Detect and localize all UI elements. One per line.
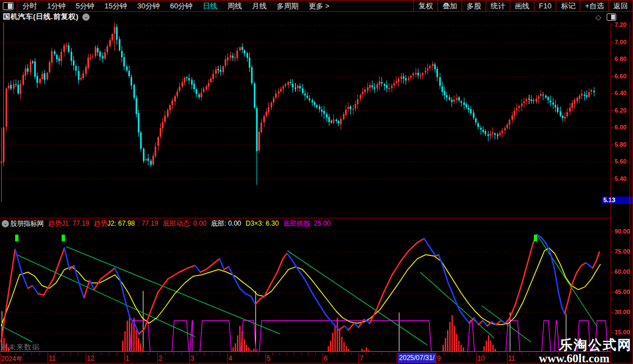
highlighted-date[interactable]: 2025/07/31/四 [398,353,436,363]
tool-item-1[interactable]: 复权 [414,1,437,11]
indicator-value-label: 75.00 [615,248,633,255]
price-label: 6.20 [615,107,633,114]
indicator-value-1: 趋势J1: 77.19 [48,219,89,228]
period-item-10[interactable]: 多周期 [272,1,304,11]
main-candlestick-chart[interactable] [0,22,633,218]
date-axis-left-edge [0,353,1,363]
price-label: 6.00 [615,124,633,130]
tool-item-9[interactable]: 返回 [609,1,632,11]
tool-item-4[interactable]: 统计 [486,1,510,11]
axis-border-left [611,22,611,353]
date-label: 9 [437,354,441,362]
indicator-name: 股朋指标网 [10,219,44,228]
period-item-2[interactable]: 1分钟 [42,1,71,11]
indicator-chart[interactable] [0,228,633,353]
stock-title: 国机汽车(日线.前复权) [3,12,78,22]
tool-item-3[interactable]: 多股 [462,1,486,11]
indicator-value-label: 60.00 [615,268,633,275]
indicator-value-8: 底部抓股: 25.00 [283,219,331,228]
price-label: 6.60 [615,73,633,80]
date-axis-ticks [0,353,633,363]
date-label: 10 [477,354,485,362]
price-label: 6.40 [615,90,633,96]
price-label: 7.00 [615,39,633,45]
period-item-4[interactable]: 15分钟 [99,1,132,11]
date-label: 7 [360,354,364,362]
top-menu-bar: 分时1分钟5分钟15分钟30分钟60分钟日线周线月线多周期更多 > 复权叠加多股… [0,0,633,11]
period-item-9[interactable]: 月线 [247,1,272,11]
date-label: 12 [87,354,94,362]
price-label: 5.40 [615,175,633,182]
date-label: 4 [229,354,232,362]
split-panel-icon[interactable] [607,13,616,21]
period-item-1[interactable]: 分时 [17,1,42,11]
tool-item-2[interactable]: 叠加 [438,1,462,11]
price-label: 6.80 [615,55,633,62]
date-label: 5 [267,354,271,362]
indicator-collapse-icon[interactable]: ⌄ [2,220,9,227]
bottom-border [0,363,633,363]
trading-app-window: 分时1分钟5分钟15分钟30分钟60分钟日线周线月线多周期更多 > 复权叠加多股… [0,0,633,364]
date-label: 11 [508,354,515,362]
date-label: 11 [49,354,55,362]
price-label: 7.20 [615,21,633,28]
diamond-icon[interactable]: ◇ [595,13,601,21]
tool-item-7[interactable]: 标记 [556,1,580,11]
date-label: 6 [324,354,328,362]
indicator-value-label: 30.00 [615,309,633,315]
date-axis[interactable]: 2024年11121234567910112025/07/31/四 [0,353,633,363]
axis-border-right [630,22,630,353]
tool-item-6[interactable]: F10 [534,2,556,10]
window-split-icon[interactable] [3,2,13,10]
watermark-url: www.60lt.com [539,352,609,364]
period-item-5[interactable]: 30分钟 [132,1,165,11]
price-label: 5.80 [615,141,633,148]
indicator-value-3: J2: 67.98 [107,220,134,227]
period-item-3[interactable]: 5分钟 [71,1,99,11]
tool-item-8[interactable]: +自选 [580,1,608,11]
price-label: 5.60 [615,158,633,165]
chart-title-bar: 国机汽车(日线.前复权) ⌄ ◇ [0,11,633,22]
period-item-11[interactable]: 更多 > [304,1,334,11]
lowest-price-badge: 5.13 [602,197,633,204]
period-item-8[interactable]: 周线 [222,1,247,11]
indicator-value-2: 趋势 [94,219,107,228]
period-item-7[interactable]: 日线 [198,1,222,11]
indicator-value-label: 90.00 [615,228,633,235]
indicator-value-5: 底部动态: 0.00 [162,219,206,228]
indicator-value-label: 15.00 [615,329,633,335]
period-item-6[interactable]: 60分钟 [165,1,197,11]
date-label: 1 [125,354,129,362]
indicator-header: ⌄ 股朋指标网 趋势J1: 77.19趋势J2: 67.98: 77.19底部动… [0,219,611,228]
date-label: 3 [190,354,194,362]
panel-divider [0,218,611,218]
indicator-value-6: 底部: 0.00 [211,219,241,228]
tool-menu: 复权叠加多股统计画线F10标记+自选返回 [413,1,633,11]
indicator-value-label: 45.00 [615,288,633,295]
indicator-value-4: : 77.19 [138,220,159,227]
chevron-down-icon[interactable]: ⌄ [82,13,90,21]
indicator-value-7: D3×3: 6.30 [246,220,279,227]
future-data-note: 看到未来数据 [0,342,40,352]
date-label: 2 [159,354,162,362]
tool-item-5[interactable]: 画线 [510,1,534,11]
period-menu: 分时1分钟5分钟15分钟30分钟60分钟日线周线月线多周期更多 > [0,1,334,11]
